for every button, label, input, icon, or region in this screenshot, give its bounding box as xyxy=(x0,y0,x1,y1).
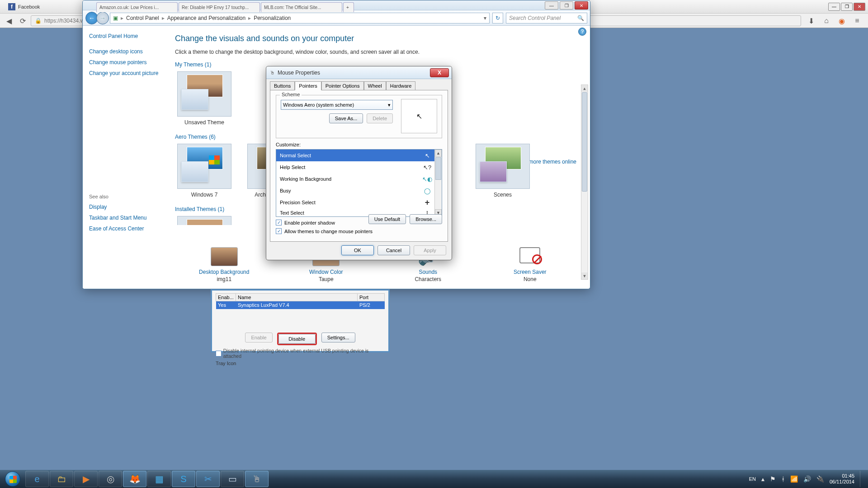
bluetooth-icon[interactable]: ᚼ xyxy=(781,475,785,483)
cursor-item-working[interactable]: Working In Background ↖◐ xyxy=(276,173,442,185)
clock[interactable]: 01:45 06/11/2014 xyxy=(830,473,854,485)
firefox-tab[interactable]: f Facebook xyxy=(3,1,45,12)
cp-minimize-button[interactable]: — xyxy=(545,1,558,9)
cp-search-box[interactable]: Search Control Panel 🔍 xyxy=(506,13,587,23)
taskbar-firefox[interactable]: 🦊 xyxy=(123,471,146,487)
disable-internal-checkbox-row[interactable]: ✓ Disable internal pointing device when … xyxy=(216,348,385,359)
scroll-down-icon[interactable]: ▼ xyxy=(581,272,588,279)
back-button[interactable]: ◀ xyxy=(4,15,14,26)
desktop-background-item[interactable]: Desktop Background img11 xyxy=(193,247,256,282)
tab-hardware[interactable]: Hardware xyxy=(386,81,416,90)
cursor-item-help[interactable]: Help Select ↖? xyxy=(276,161,442,173)
home-icon[interactable]: ⌂ xyxy=(822,17,831,25)
flag-icon[interactable]: ⚑ xyxy=(770,475,776,483)
network-icon[interactable]: 📶 xyxy=(790,475,798,483)
mouse-close-button[interactable]: X xyxy=(430,68,449,77)
sidebar-link[interactable]: Change desktop icons xyxy=(89,48,160,55)
main-scrollbar[interactable]: ▲ ▼ xyxy=(581,84,588,280)
taskbar-app[interactable]: ▦ xyxy=(147,471,171,487)
cursor-item-precision[interactable]: Precision Select + xyxy=(276,197,442,208)
col-enab[interactable]: Enab... xyxy=(216,294,236,301)
tab-wheel[interactable]: Wheel xyxy=(364,81,386,90)
tab-buttons[interactable]: Buttons xyxy=(270,81,295,90)
cp-forward-button[interactable]: → xyxy=(96,12,109,24)
cursor-item-busy[interactable]: Busy ◯ xyxy=(276,185,442,197)
scroll-thumb[interactable] xyxy=(582,92,587,192)
col-name[interactable]: Name xyxy=(236,294,358,301)
firefox-minimize-button[interactable]: — xyxy=(828,3,840,11)
scroll-up-icon[interactable]: ▲ xyxy=(435,150,442,157)
allow-themes-row[interactable]: ✓ Allow themes to change mouse pointers xyxy=(276,228,442,234)
cursor-item-normal[interactable]: Normal Select ↖ xyxy=(276,150,442,161)
screensaver-item[interactable]: Screen Saver None xyxy=(498,247,561,282)
show-desktop-button[interactable] xyxy=(860,471,863,487)
sidebar-link[interactable]: Ease of Access Center xyxy=(89,225,160,232)
cancel-button[interactable]: Cancel xyxy=(377,245,410,255)
ok-button[interactable]: OK xyxy=(341,245,374,255)
breadcrumb-dropdown[interactable]: ▾ xyxy=(484,15,486,21)
breadcrumb-item[interactable]: Appearance and Personalization xyxy=(167,15,245,21)
firefox-maximize-button[interactable]: ❐ xyxy=(841,3,853,11)
firefox-close-button[interactable]: ✕ xyxy=(854,3,865,11)
cp-close-button[interactable]: ✕ xyxy=(575,1,588,9)
cursor-list[interactable]: Normal Select ↖ Help Select ↖? Working I… xyxy=(276,149,442,217)
theme-item[interactable]: Unsaved Theme xyxy=(175,71,234,126)
downloads-icon[interactable]: ⬇ xyxy=(807,17,816,25)
taskbar-app[interactable]: ◎ xyxy=(99,471,122,487)
start-button[interactable] xyxy=(2,470,24,488)
clock-time: 01:45 xyxy=(830,473,854,479)
cp-maximize-button[interactable]: ❐ xyxy=(560,1,573,9)
sidebar-link[interactable]: Change mouse pointers xyxy=(89,59,160,66)
taskbar-ie[interactable]: e xyxy=(25,471,49,487)
menu-icon[interactable]: ≡ xyxy=(853,17,862,25)
taskbar-explorer[interactable]: 🗀 xyxy=(50,471,73,487)
taskbar-mouse[interactable]: 🖱 xyxy=(245,471,269,487)
breadcrumb-item[interactable]: Personalization xyxy=(254,15,291,21)
taskbar-wmp[interactable]: ▶ xyxy=(74,471,98,487)
addon-icon[interactable]: ◉ xyxy=(837,17,846,25)
cp-tab-strip: Amazon.co.uk: Low Prices i... Re: Disabl… xyxy=(96,2,354,12)
use-default-button[interactable]: Use Default xyxy=(368,214,406,224)
col-port[interactable]: Port xyxy=(358,294,385,301)
scroll-thumb[interactable] xyxy=(435,157,441,180)
taskbar-snipping[interactable]: ✂ xyxy=(196,471,220,487)
breadcrumb-item[interactable]: Control Panel xyxy=(126,15,159,21)
explorer-tab-plus[interactable]: + xyxy=(343,2,354,12)
taskbar[interactable]: e 🗀 ▶ ◎ 🦊 ▦ S ✂ ▭ 🖱 EN ▴ ⚑ ᚼ 📶 🔊 🔌 01:45… xyxy=(0,470,868,488)
cp-titlebar[interactable]: Amazon.co.uk: Low Prices i... Re: Disabl… xyxy=(83,0,590,10)
enable-button[interactable]: Enable xyxy=(245,333,272,343)
browse-button[interactable]: Browse... xyxy=(410,214,442,224)
cp-home-link[interactable]: Control Panel Home xyxy=(89,33,160,39)
disable-button[interactable]: Disable xyxy=(278,334,316,344)
tab-pointers[interactable]: Pointers xyxy=(295,81,321,90)
settings-button[interactable]: Settings... xyxy=(321,333,355,343)
theme-item[interactable]: Scenes xyxy=(473,144,532,198)
sidebar-link[interactable]: Taskbar and Start Menu xyxy=(89,215,160,221)
breadcrumb[interactable]: ▣ ▸ Control Panel ▸ Appearance and Perso… xyxy=(110,13,490,23)
tab-pointer-options[interactable]: Pointer Options xyxy=(321,81,364,90)
scroll-up-icon[interactable]: ▲ xyxy=(581,85,588,92)
language-indicator[interactable]: EN xyxy=(749,476,756,482)
tray-up-icon[interactable]: ▴ xyxy=(761,475,764,483)
explorer-tab[interactable]: Re: Disable HP Envy 17 touchp... xyxy=(179,2,260,12)
save-as-button[interactable]: Save As... xyxy=(329,113,363,123)
device-row[interactable]: Yes Synaptics LuxPad V7.4 PS/2 xyxy=(216,301,385,309)
system-tray[interactable]: EN ▴ ⚑ ᚼ 📶 🔊 🔌 01:45 06/11/2014 xyxy=(749,471,866,487)
sidebar-link[interactable]: Display xyxy=(89,204,160,210)
scheme-select[interactable]: Windows Aero (system scheme) ▾ xyxy=(281,100,393,110)
battery-icon[interactable]: 🔌 xyxy=(816,475,824,483)
refresh-button[interactable]: ↻ xyxy=(492,13,503,23)
cursor-glyph: ↖◐ xyxy=(424,175,431,183)
taskbar-skype[interactable]: S xyxy=(172,471,195,487)
theme-item[interactable]: Windows 7 xyxy=(175,144,234,198)
reload-button[interactable]: ⟳ xyxy=(17,15,28,26)
theme-item[interactable] xyxy=(175,216,234,225)
item-title: Sounds xyxy=(396,269,460,275)
explorer-tab[interactable]: Amazon.co.uk: Low Prices i... xyxy=(96,2,178,12)
mouse-dlg-titlebar[interactable]: 🖱 Mouse Properties X xyxy=(266,66,452,79)
taskbar-notepad[interactable]: ▭ xyxy=(221,471,244,487)
explorer-tab[interactable]: MLB.com: The Official Site... xyxy=(261,2,342,12)
volume-icon[interactable]: 🔊 xyxy=(803,475,811,483)
list-scrollbar[interactable]: ▲ ▼ xyxy=(434,150,442,216)
sidebar-link[interactable]: Change your account picture xyxy=(89,70,160,76)
